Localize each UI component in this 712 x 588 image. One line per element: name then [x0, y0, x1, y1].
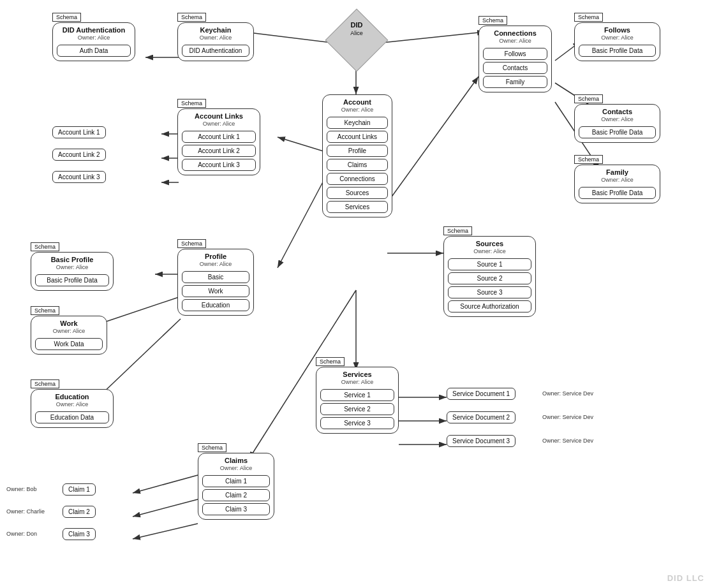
profile-owner: Owner: Alice: [178, 261, 253, 269]
standalone-account-link-1: Account Link 1: [52, 126, 106, 138]
keychain-title: Keychain: [178, 23, 253, 34]
account-links-item-3: Account Link 3: [182, 159, 256, 171]
claim-2-owner: Owner: Charlie: [6, 508, 45, 515]
service-doc-1: Service Document 1: [447, 388, 515, 400]
standalone-claim-3: Claim 3: [63, 528, 96, 540]
contacts-title: Contacts: [575, 105, 660, 116]
profile-group: Profile Owner: Alice Basic Work Educatio…: [177, 249, 254, 316]
account-links-group: Account Links Owner: Alice Account Link …: [177, 108, 260, 175]
sources-owner: Owner: Alice: [444, 248, 535, 256]
arrows-svg: [0, 0, 712, 588]
schema-sources: Schema: [443, 226, 472, 235]
account-item-claims: Claims: [327, 159, 388, 171]
svg-line-10: [278, 177, 325, 268]
basic-profile-data: Basic Profile Data: [35, 274, 109, 286]
account-item-services: Services: [327, 201, 388, 213]
claims-item-2: Claim 2: [202, 489, 270, 501]
account-group: Account Owner: Alice Keychain Account Li…: [322, 94, 392, 217]
schema-did-auth: Schema: [52, 13, 81, 22]
schema-education: Schema: [31, 379, 59, 388]
sources-item-auth: Source Authorization: [448, 300, 531, 312]
work-group: Work Owner: Alice Work Data: [31, 316, 107, 355]
connections-item-follows: Follows: [483, 48, 547, 60]
follows-title: Follows: [575, 23, 660, 34]
standalone-claim-2: Claim 2: [63, 506, 96, 518]
follows-owner: Owner: Alice: [575, 34, 660, 43]
claims-item-1: Claim 1: [202, 475, 270, 487]
standalone-account-link-2: Account Link 2: [52, 149, 106, 161]
schema-claims: Schema: [198, 443, 226, 452]
svg-line-19: [133, 499, 198, 517]
account-links-item-1: Account Link 1: [182, 131, 256, 143]
work-data: Work Data: [35, 338, 103, 350]
keychain-owner: Owner: Alice: [178, 34, 253, 43]
keychain-group: Keychain Owner: Alice DID Authentication: [177, 22, 254, 61]
schema-keychain: Schema: [177, 13, 206, 22]
account-item-account-links: Account Links: [327, 131, 388, 143]
svg-line-5: [278, 137, 325, 152]
account-links-owner: Owner: Alice: [178, 121, 260, 129]
sources-item-2: Source 2: [448, 272, 531, 284]
education-owner: Owner: Alice: [31, 401, 113, 409]
keychain-item-did-auth: DID Authentication: [182, 45, 249, 57]
did-diamond: [325, 9, 389, 72]
education-group: Education Owner: Alice Education Data: [31, 389, 114, 428]
did-auth-owner: Owner: Alice: [53, 34, 135, 43]
basic-profile-group: Basic Profile Owner: Alice Basic Profile…: [31, 252, 114, 291]
account-item-profile: Profile: [327, 145, 388, 157]
diagram-container: DID Alice Account Owner: Alice Keychain …: [0, 0, 712, 588]
profile-item-basic: Basic: [182, 271, 249, 283]
standalone-account-link-3: Account Link 3: [52, 171, 106, 183]
did-auth-group: DID Authentication Owner: Alice Auth Dat…: [52, 22, 135, 61]
did-auth-title: DID Authentication: [53, 23, 135, 34]
service-doc-1-owner: Owner: Service Dev: [542, 390, 593, 397]
claim-1-owner: Owner: Bob: [6, 486, 37, 492]
watermark: DID LLC: [667, 573, 704, 583]
claim-3-owner: Owner: Don: [6, 531, 37, 537]
schema-account-links: Schema: [177, 99, 206, 108]
account-links-title: Account Links: [178, 109, 260, 121]
services-item-1: Service 1: [320, 389, 394, 401]
connections-item-contacts: Contacts: [483, 62, 547, 74]
service-doc-2-owner: Owner: Service Dev: [542, 414, 593, 420]
service-doc-2: Service Document 2: [447, 411, 515, 423]
connections-item-family: Family: [483, 76, 547, 88]
svg-line-3: [244, 32, 337, 43]
schema-profile: Schema: [177, 239, 206, 248]
services-group: Services Owner: Alice Service 1 Service …: [316, 367, 399, 434]
sources-item-1: Source 1: [448, 258, 531, 270]
sources-group: Sources Owner: Alice Source 1 Source 2 S…: [443, 236, 536, 317]
basic-profile-owner: Owner: Alice: [31, 264, 113, 272]
schema-work: Schema: [31, 306, 59, 315]
follows-data: Basic Profile Data: [579, 45, 656, 57]
family-owner: Owner: Alice: [575, 177, 660, 185]
education-data: Education Data: [35, 411, 109, 423]
account-title: Account: [323, 95, 392, 107]
account-item-keychain: Keychain: [327, 117, 388, 129]
connections-title: Connections: [479, 26, 551, 38]
svg-line-18: [133, 475, 198, 493]
service-doc-3-owner: Owner: Service Dev: [542, 437, 593, 444]
claims-title: Claims: [198, 453, 274, 465]
work-owner: Owner: Alice: [31, 328, 107, 336]
schema-basic-profile: Schema: [31, 242, 59, 251]
schema-connections: Schema: [478, 16, 507, 25]
sources-item-3: Source 3: [448, 286, 531, 298]
account-item-connections: Connections: [327, 173, 388, 185]
profile-title: Profile: [178, 249, 253, 261]
services-owner: Owner: Alice: [316, 379, 398, 387]
family-group: Family Owner: Alice Basic Profile Data: [574, 165, 660, 203]
standalone-claim-1: Claim 1: [63, 483, 96, 496]
svg-line-13: [99, 319, 181, 397]
work-title: Work: [31, 316, 107, 328]
svg-line-15: [387, 77, 478, 203]
connections-owner: Owner: Alice: [479, 38, 551, 46]
education-title: Education: [31, 390, 113, 401]
claims-group: Claims Owner: Alice Claim 1 Claim 2 Clai…: [198, 453, 274, 520]
basic-profile-title: Basic Profile: [31, 253, 113, 264]
svg-line-4: [376, 32, 485, 43]
svg-line-12: [99, 297, 181, 324]
did-label: DID Alice: [334, 21, 379, 36]
services-title: Services: [316, 367, 398, 379]
svg-line-20: [133, 524, 198, 539]
